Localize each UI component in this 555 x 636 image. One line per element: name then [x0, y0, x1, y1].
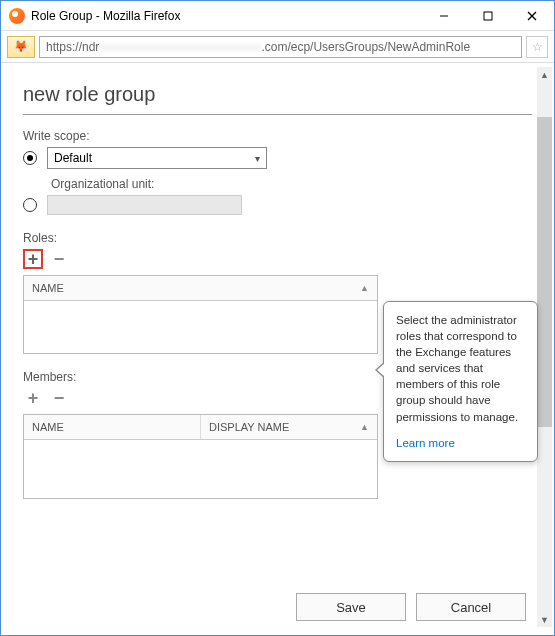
learn-more-link[interactable]: Learn more: [396, 435, 525, 451]
title-divider: [23, 114, 532, 115]
roles-label: Roles:: [23, 231, 532, 245]
remove-member-button[interactable]: −: [49, 388, 69, 408]
footer-buttons: Save Cancel: [296, 593, 526, 621]
roles-table-body[interactable]: [24, 301, 377, 353]
window-titlebar: Role Group - Mozilla Firefox: [1, 1, 554, 31]
site-identity-icon[interactable]: 🦊: [7, 36, 35, 58]
minimize-button[interactable]: [422, 1, 466, 31]
chevron-down-icon: ▾: [255, 153, 260, 164]
save-label: Save: [336, 600, 366, 615]
members-col-name[interactable]: NAME: [24, 415, 201, 439]
radio-default[interactable]: [23, 151, 37, 165]
ou-input: [47, 195, 242, 215]
roles-table-header: NAME ▲: [24, 276, 377, 301]
firefox-icon: [9, 8, 25, 24]
scope-select[interactable]: Default ▾: [47, 147, 267, 169]
scope-select-value: Default: [54, 151, 92, 165]
window-controls: [422, 1, 554, 31]
radio-ou[interactable]: [23, 198, 37, 212]
url-suffix: .com/ecp/UsersGroups/NewAdminRole: [261, 40, 470, 54]
add-member-button[interactable]: +: [23, 388, 43, 408]
url-hidden: xxxxxxxxxxxxxxxxxxxxxxxxxxx: [99, 40, 261, 54]
remove-role-button[interactable]: −: [49, 249, 69, 269]
members-table-header: NAME DISPLAY NAME ▲: [24, 415, 377, 440]
members-col-display[interactable]: DISPLAY NAME ▲: [201, 415, 377, 439]
cancel-button[interactable]: Cancel: [416, 593, 526, 621]
roles-col-name-label: NAME: [32, 282, 64, 294]
url-prefix: https://ndr: [46, 40, 99, 54]
members-table-body[interactable]: [24, 440, 377, 498]
sort-asc-icon: ▲: [360, 283, 369, 293]
sort-asc-icon: ▲: [360, 422, 369, 432]
save-button[interactable]: Save: [296, 593, 406, 621]
ou-label: Organizational unit:: [51, 177, 532, 191]
members-col-name-label: NAME: [32, 421, 64, 433]
members-table: NAME DISPLAY NAME ▲: [23, 414, 378, 499]
add-role-button[interactable]: +: [23, 249, 43, 269]
tooltip-text: Select the administrator roles that corr…: [396, 314, 518, 423]
scope-default-row: Default ▾: [23, 147, 532, 169]
scope-ou-row: [23, 195, 532, 215]
page-title: new role group: [23, 83, 532, 106]
address-bar: 🦊 https://ndrxxxxxxxxxxxxxxxxxxxxxxxxxxx…: [1, 31, 554, 63]
write-scope-label: Write scope:: [23, 129, 532, 143]
members-col-display-label: DISPLAY NAME: [209, 421, 289, 433]
roles-col-name[interactable]: NAME ▲: [24, 276, 377, 300]
roles-toolbar: + −: [23, 249, 532, 269]
roles-help-tooltip: Select the administrator roles that corr…: [383, 301, 538, 462]
bookmark-star-icon[interactable]: ☆: [526, 36, 548, 58]
window-title: Role Group - Mozilla Firefox: [31, 9, 422, 23]
close-button[interactable]: [510, 1, 554, 31]
url-field[interactable]: https://ndrxxxxxxxxxxxxxxxxxxxxxxxxxxx.c…: [39, 36, 522, 58]
maximize-button[interactable]: [466, 1, 510, 31]
cancel-label: Cancel: [451, 600, 491, 615]
svg-rect-1: [484, 12, 492, 20]
roles-table: NAME ▲: [23, 275, 378, 354]
